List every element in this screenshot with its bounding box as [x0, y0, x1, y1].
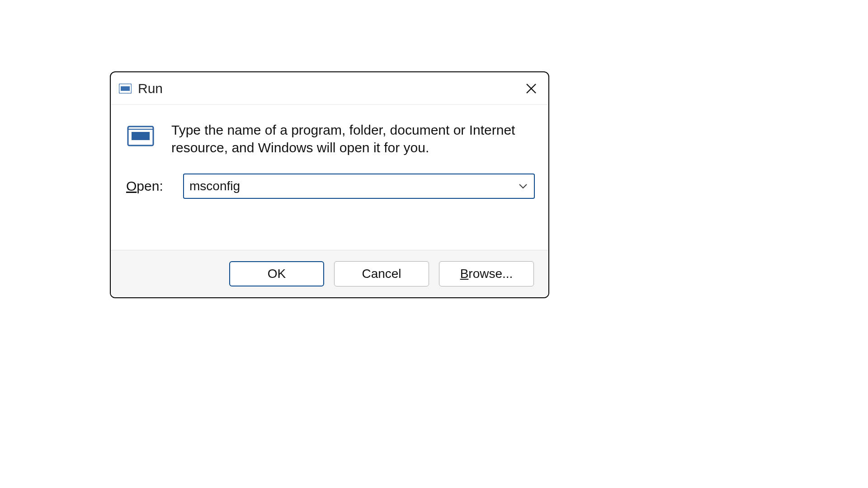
svg-rect-5	[132, 132, 150, 140]
close-icon	[525, 82, 538, 95]
close-button[interactable]	[518, 75, 545, 102]
description-row: Type the name of a program, folder, docu…	[124, 121, 535, 156]
titlebar-left: Run	[119, 81, 163, 96]
input-row: Open:	[124, 174, 535, 199]
run-icon-large	[126, 124, 155, 149]
run-icon	[119, 84, 132, 94]
cancel-button[interactable]: Cancel	[334, 261, 429, 286]
svg-rect-1	[121, 86, 130, 91]
browse-button[interactable]: Browse...	[439, 261, 534, 286]
open-combobox[interactable]	[183, 174, 535, 199]
titlebar: Run	[111, 72, 548, 105]
window-title: Run	[138, 81, 163, 96]
description-text: Type the name of a program, folder, docu…	[171, 121, 535, 156]
button-bar: OK Cancel Browse...	[111, 250, 548, 297]
open-label: Open:	[126, 178, 167, 194]
ok-button[interactable]: OK	[229, 261, 324, 286]
run-dialog: Run Type the name of a program, folder, …	[110, 71, 549, 298]
open-input[interactable]	[189, 179, 518, 193]
dropdown-button[interactable]	[518, 181, 528, 192]
dialog-content: Type the name of a program, folder, docu…	[111, 105, 548, 250]
chevron-down-icon	[519, 183, 528, 189]
